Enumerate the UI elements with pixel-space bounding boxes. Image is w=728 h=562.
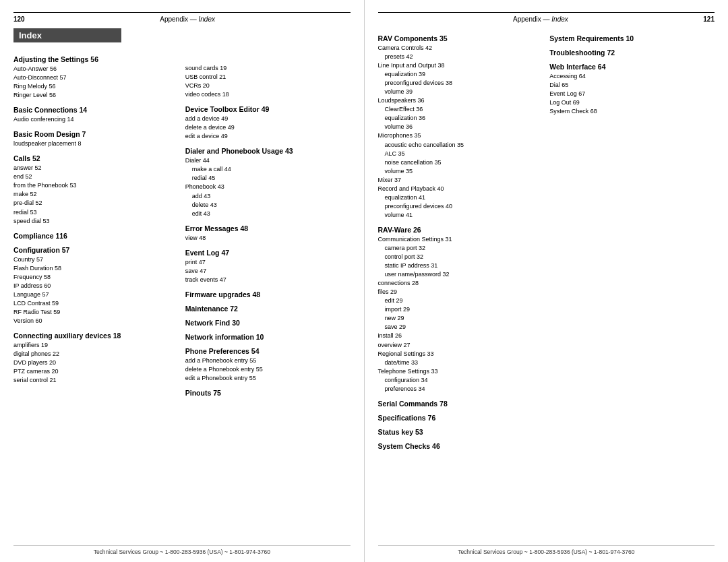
section-specifications: Specifications 76 [378, 414, 543, 422]
right-page-header: Appendix — Index 121 [378, 12, 715, 23]
section-rav-components: RAV Components 35 Camera Controls 42 pre… [378, 34, 543, 220]
section-calls: Calls 52 answer 52 end 52 from the Phone… [13, 154, 179, 225]
left-page-content: Adjusting the Settings 56 Auto-Answer 56… [13, 49, 351, 398]
left-header-center: Appendix — Index [160, 15, 215, 23]
page-right: Appendix — Index 121 RAV Components 35 C… [365, 0, 729, 562]
page-left: 120 Appendix — Index Index Adjusting the… [0, 0, 365, 562]
section-troubleshooting: Troubleshooting 72 [549, 49, 715, 57]
section-basic-room: Basic Room Design 7 loudspeaker placemen… [13, 130, 179, 148]
section-configuration: Configuration 57 Country 57 Flash Durati… [13, 246, 179, 325]
section-basic-connections: Basic Connections 14 Audio conferencing … [13, 106, 179, 124]
right-page-content: RAV Components 35 Camera Controls 42 pre… [378, 28, 715, 451]
section-dialer: Dialer and Phonebook Usage 43 Dialer 44 … [185, 147, 351, 218]
section-adjusting: Adjusting the Settings 56 Auto-Answer 56… [13, 55, 179, 100]
section-event-log: Event Log 47 print 47 save 47 track even… [185, 249, 351, 284]
section-compliance: Compliance 116 [13, 232, 179, 240]
section-phone-prefs: Phone Preferences 54 add a Phonebook ent… [185, 347, 351, 383]
right-page-footer: Technical Services Group ~ 1-800-283-593… [378, 545, 715, 555]
section-pinouts: Pinouts 75 [185, 389, 351, 397]
right-header-center: Appendix — Index [513, 15, 568, 23]
right-col2: System Requirements 10 Troubleshooting 7… [549, 28, 715, 451]
section-error-messages: Error Messages 48 view 48 [185, 224, 351, 243]
section-rav-ware: RAV-Ware 26 Communication Settings 31 ca… [378, 226, 543, 394]
left-col2: sound cards 19 USB control 21 VCRs 20 vi… [185, 49, 351, 398]
section-connecting: Connecting auxiliary devices 18 amplifie… [13, 332, 179, 385]
section-system-requirements: System Requirements 10 [549, 34, 715, 42]
section-network-find: Network Find 30 [185, 319, 351, 327]
section-network-info: Network information 10 [185, 333, 351, 341]
section-web-interface: Web Interface 64 Accessing 64 Dial 65 Ev… [549, 63, 715, 116]
section-system-checks: System Checks 46 [378, 442, 543, 450]
right-col1: RAV Components 35 Camera Controls 42 pre… [378, 28, 550, 451]
left-col1: Adjusting the Settings 56 Auto-Answer 56… [13, 49, 185, 398]
section-firmware: Firmware upgrades 48 [185, 290, 351, 299]
section-sound-cards: sound cards 19 USB control 21 VCRs 20 vi… [185, 64, 351, 99]
section-serial-commands: Serial Commands 78 [378, 400, 543, 408]
right-page-number: 121 [703, 15, 715, 23]
left-page-footer: Technical Services Group ~ 1-800-283-593… [13, 545, 351, 555]
section-maintenance: Maintenance 72 [185, 305, 351, 313]
left-page-number: 120 [13, 15, 25, 23]
section-device-toolbox: Device Toolbox Editor 49 add a device 49… [185, 105, 351, 141]
section-status-key: Status key 53 [378, 428, 543, 436]
left-page-header: 120 Appendix — Index [13, 12, 351, 23]
index-title: Index [13, 28, 121, 42]
